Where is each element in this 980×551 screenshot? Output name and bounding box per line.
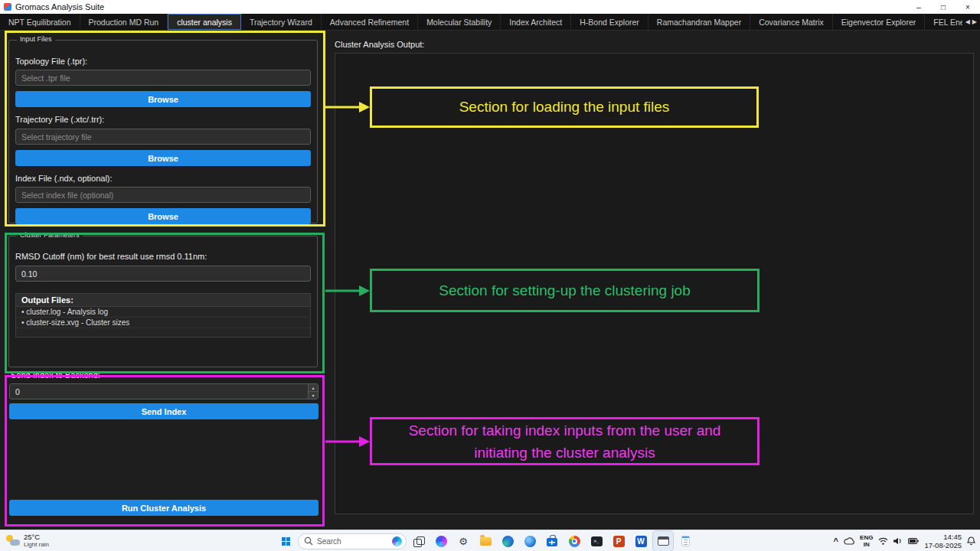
onedrive-cloud-icon[interactable] xyxy=(844,537,854,545)
store-icon xyxy=(547,538,557,546)
rmsd-cutoff-label: RMSD Cutoff (nm) for best result use rms… xyxy=(15,252,207,261)
word-button[interactable]: W xyxy=(631,531,651,551)
notification-bell-icon[interactable] xyxy=(967,536,975,546)
output-files-box: Output Files: • cluster.log - Analysis l… xyxy=(15,293,311,337)
close-button[interactable]: × xyxy=(956,0,980,14)
index-file-input[interactable] xyxy=(15,187,311,203)
language-top: ENG xyxy=(860,534,873,541)
maximize-button[interactable]: □ xyxy=(931,0,956,14)
wifi-icon[interactable] xyxy=(878,537,888,545)
notepad-button[interactable] xyxy=(675,531,695,551)
chrome-button[interactable] xyxy=(564,531,584,551)
edge-icon xyxy=(502,536,514,547)
cluster-output-title: Cluster Analysis Output: xyxy=(335,40,424,49)
hidden-icons-chevron-icon[interactable]: ^ xyxy=(834,536,838,546)
output-file-item: • cluster-size.xvg - Cluster sizes xyxy=(16,318,310,328)
volume-icon[interactable] xyxy=(893,537,903,545)
terminal-button[interactable]: >_ xyxy=(586,531,606,551)
tab-hbond-explorer[interactable]: H-Bond Explorer xyxy=(571,14,648,30)
language-bottom: IN xyxy=(860,541,873,548)
folder-icon xyxy=(480,537,492,546)
trajectory-file-label: Trajectory File (.xtc/.trr): xyxy=(15,115,104,124)
tab-index-architect[interactable]: Index Architect xyxy=(501,14,571,30)
titlebar: Gromacs Analysis Suite – □ × xyxy=(0,0,980,14)
weather-temp: 25°C xyxy=(24,533,49,541)
input-files-group: Input Files Topology File (.tpr): Browse… xyxy=(8,40,318,223)
index-browse-button[interactable]: Browse xyxy=(15,208,311,224)
tab-ramachandran-mapper[interactable]: Ramachandran Mapper xyxy=(648,14,750,30)
taskbar-center: Search ⚙ >_ P W xyxy=(276,531,695,551)
tab-covariance-matrix[interactable]: Covariance Matrix xyxy=(750,14,833,30)
tab-molecular-stability[interactable]: Molecular Stability xyxy=(418,14,501,30)
weather-condition: Light rain xyxy=(24,541,49,548)
store-button[interactable] xyxy=(542,531,562,551)
tab-scroller: ◀ ▶ xyxy=(962,14,980,29)
run-cluster-analysis-button[interactable]: Run Cluster Analysis xyxy=(9,500,318,516)
window-controls: – □ × xyxy=(906,0,980,14)
rmsd-cutoff-input[interactable] xyxy=(15,266,311,282)
search-placeholder: Search xyxy=(317,537,341,546)
powerpoint-icon: P xyxy=(613,536,625,547)
tab-production-md-run[interactable]: Production MD Run xyxy=(80,14,168,30)
send-index-button[interactable]: Send Index xyxy=(9,403,318,419)
globe-icon xyxy=(524,536,536,547)
weather-icon xyxy=(6,535,20,546)
weather-widget[interactable]: 25°C Light rain xyxy=(6,533,49,548)
task-view-icon xyxy=(413,536,425,546)
msn-button[interactable] xyxy=(520,531,540,551)
windows-logo-icon xyxy=(282,537,290,546)
search-highlights-icon xyxy=(392,536,402,546)
tab-bar: NPT Equilibration Production MD Run clus… xyxy=(0,14,980,31)
task-view-button[interactable] xyxy=(409,531,429,551)
file-explorer-button[interactable] xyxy=(475,531,495,551)
notepad-icon xyxy=(681,536,690,546)
taskbar-search[interactable]: Search xyxy=(298,533,407,549)
word-icon: W xyxy=(635,536,647,547)
tab-eigenvector-explorer[interactable]: Eigenvector Explorer xyxy=(833,14,925,30)
index-spinbox: ▴ ▾ xyxy=(9,383,318,399)
topology-file-label: Topology File (.tpr): xyxy=(15,57,87,66)
window-title: Gromacs Analysis Suite xyxy=(15,2,104,11)
gear-icon: ⚙ xyxy=(459,536,468,546)
terminal-icon: >_ xyxy=(591,536,603,546)
system-tray: ^ ENG IN xyxy=(834,530,975,551)
start-button[interactable] xyxy=(276,531,296,551)
tab-scroll-right-icon[interactable]: ▶ xyxy=(972,18,977,25)
chrome-icon xyxy=(569,536,580,547)
spin-buttons: ▴ ▾ xyxy=(308,384,318,399)
gromacs-app-button[interactable] xyxy=(653,531,673,551)
tab-trajectory-wizard[interactable]: Trajectory Wizard xyxy=(241,14,322,30)
topology-file-input[interactable] xyxy=(15,70,311,86)
language-indicator[interactable]: ENG IN xyxy=(860,534,873,548)
output-file-item: • cluster.log - Analysis log xyxy=(16,307,310,318)
minimize-button[interactable]: – xyxy=(906,0,931,14)
gromacs-analysis-suite-window: Gromacs Analysis Suite – □ × NPT Equilib… xyxy=(0,0,980,551)
clock-widget[interactable]: 14:45 17-08-2025 xyxy=(924,533,962,549)
trajectory-browse-button[interactable]: Browse xyxy=(15,150,311,166)
tab-npt-equilibration[interactable]: NPT Equilibration xyxy=(0,14,80,30)
powerpoint-button[interactable]: P xyxy=(609,531,629,551)
battery-icon[interactable] xyxy=(908,538,919,544)
settings-button[interactable]: ⚙ xyxy=(453,531,473,551)
index-file-label: Index File (.ndx, optional): xyxy=(15,174,113,183)
app-icon xyxy=(4,3,11,11)
output-files-title: Output Files: xyxy=(16,294,310,307)
tab-scroll-left-icon[interactable]: ◀ xyxy=(965,18,970,25)
search-icon xyxy=(304,536,313,546)
app-window-icon xyxy=(658,536,669,546)
tray-date: 17-08-2025 xyxy=(924,541,962,549)
copilot-button[interactable] xyxy=(431,531,451,551)
tab-cluster-analysis[interactable]: cluster analysis xyxy=(168,14,241,30)
copilot-icon xyxy=(436,536,447,547)
taskbar: 25°C Light rain Search ⚙ xyxy=(0,530,980,551)
index-number-input[interactable] xyxy=(9,383,318,399)
tray-time: 14:45 xyxy=(924,533,962,541)
edge-button[interactable] xyxy=(498,531,518,551)
cluster-parameters-group: Cluster Parameters RMSD Cutoff (nm) for … xyxy=(8,236,318,367)
topology-browse-button[interactable]: Browse xyxy=(15,91,311,107)
trajectory-file-input[interactable] xyxy=(15,129,311,145)
spin-up-icon[interactable]: ▴ xyxy=(308,384,318,392)
input-files-group-title: Input Files xyxy=(17,35,55,43)
spin-down-icon[interactable]: ▾ xyxy=(308,392,318,399)
tab-advanced-refinement[interactable]: Advanced Refinement xyxy=(322,14,418,30)
